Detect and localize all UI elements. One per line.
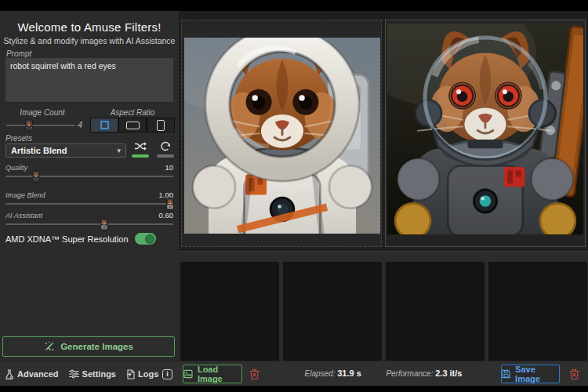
flask-icon <box>5 369 14 379</box>
generate-images-button[interactable]: Generate Images <box>2 336 175 357</box>
sidebar: Welcome to Amuse Filters! Stylize & and … <box>0 11 179 386</box>
save-image-button[interactable]: Save Image <box>501 365 560 383</box>
thumbnail-2[interactable] <box>283 262 382 361</box>
info-button[interactable]: i <box>162 369 172 379</box>
document-icon <box>126 369 135 379</box>
app-window: Welcome to Amuse Filters! Stylize & and … <box>0 0 588 392</box>
prompt-input[interactable]: robot squirrel with a red eyes <box>5 58 173 102</box>
tune-sliders-icon <box>69 369 79 379</box>
logs-button[interactable]: Logs <box>126 369 158 379</box>
logs-label: Logs <box>138 369 158 379</box>
slider-thumb[interactable] <box>33 171 39 182</box>
shuffle-toggle-button[interactable] <box>130 141 151 158</box>
presets-select[interactable]: Artistic Blend ▾ <box>5 143 126 158</box>
advanced-label: Advanced <box>17 369 59 379</box>
trash-icon <box>569 368 579 379</box>
image-count-value: 4 <box>78 120 82 129</box>
refresh-toggle-button[interactable] <box>155 141 176 158</box>
thumbnail-1[interactable] <box>180 262 279 361</box>
clear-result-trash-button[interactable] <box>566 366 582 382</box>
image-blend-slider[interactable] <box>5 198 173 210</box>
image-count-slider[interactable] <box>6 119 75 132</box>
magic-wand-icon <box>44 341 55 352</box>
quality-slider[interactable] <box>5 170 173 183</box>
save-image-label: Save Image <box>515 365 559 383</box>
input-image-panel[interactable] <box>181 20 382 247</box>
shuffle-icon <box>134 141 147 151</box>
elapsed-label: Elapsed: <box>305 369 336 378</box>
aspect-ratio-group <box>90 118 175 132</box>
aspect-square-button[interactable] <box>90 118 118 132</box>
advanced-button[interactable]: Advanced <box>5 369 59 379</box>
super-resolution-label: AMD XDNA™ Super Resolution <box>5 234 129 244</box>
performance-value: 2.3 it/s <box>435 368 462 378</box>
landscape-icon <box>126 122 140 129</box>
slider-thumb[interactable] <box>167 198 173 209</box>
slider-thumb[interactable] <box>101 219 107 230</box>
image-count-label: Image Count <box>2 108 83 117</box>
slider-track <box>5 203 173 205</box>
performance-label: Performance: <box>386 369 433 378</box>
slider-track <box>5 223 173 225</box>
settings-label: Settings <box>82 369 116 379</box>
prompt-label: Prompt <box>6 49 31 58</box>
aspect-portrait-button[interactable] <box>147 118 175 132</box>
elapsed-value: 31.9 s <box>337 368 361 378</box>
super-resolution-toggle[interactable] <box>135 233 156 245</box>
input-image[interactable] <box>184 38 380 234</box>
aspect-ratio-label: Aspect Ratio <box>90 108 175 117</box>
toggle-knob <box>145 234 154 244</box>
generate-images-label: Generate Images <box>60 342 133 351</box>
presets-label: Presets <box>5 134 32 143</box>
bottom-toolbar: Load Image Elapsed: 31.9 s Pe <box>179 361 588 386</box>
slider-track <box>5 176 173 177</box>
thumbnail-4[interactable] <box>488 262 587 361</box>
main-area: Load Image Elapsed: 31.9 s Pe <box>179 11 588 386</box>
aspect-landscape-button[interactable] <box>118 118 147 132</box>
sidebar-footer: Advanced Settings <box>0 361 179 386</box>
presets-selected-value: Artistic Blend <box>11 146 67 155</box>
chevron-down-icon: ▾ <box>117 147 121 154</box>
slider-thumb[interactable] <box>26 120 32 131</box>
portrait-icon <box>157 120 165 131</box>
result-image-panel <box>385 20 586 247</box>
settings-button[interactable]: Settings <box>69 369 116 379</box>
generated-image[interactable] <box>387 24 583 234</box>
slider-track <box>6 125 75 126</box>
welcome-subtitle: Stylize & and modify images with AI Assi… <box>0 36 179 45</box>
square-icon <box>100 121 109 129</box>
thumbnail-strip <box>179 251 588 361</box>
refresh-inactive-indicator <box>157 154 174 158</box>
save-icon <box>502 369 510 379</box>
refresh-icon <box>160 141 171 151</box>
thumbnail-3[interactable] <box>386 262 485 361</box>
welcome-title: Welcome to Amuse Filters! <box>0 20 179 34</box>
ai-assistant-slider[interactable] <box>5 218 173 230</box>
shuffle-active-indicator <box>132 154 149 158</box>
